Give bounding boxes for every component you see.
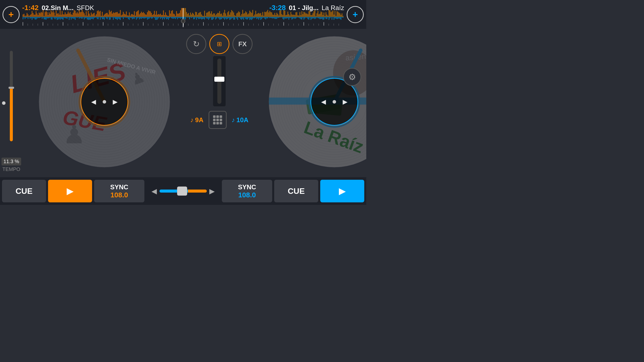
svg-rect-497 [248,24,249,26]
svg-rect-123 [78,24,78,26]
svg-rect-521 [259,17,260,18]
svg-rect-296 [157,17,158,20]
svg-rect-565 [279,17,280,17]
svg-text:♟: ♟ [63,120,86,149]
svg-rect-308 [163,10,164,17]
svg-rect-598 [295,17,295,19]
svg-rect-7 [26,16,26,17]
forward-right[interactable]: ► [341,97,349,107]
svg-rect-447 [226,16,227,17]
svg-rect-442 [223,22,224,26]
svg-rect-399 [204,11,205,17]
svg-rect-149 [90,17,91,20]
svg-rect-638 [313,11,314,17]
svg-rect-310 [163,22,164,26]
play-pause-left[interactable]: ◄ ► [90,97,119,107]
svg-rect-390 [200,12,201,17]
svg-rect-65 [52,17,53,20]
crossfader-bottom[interactable]: ◀ ▶ [146,187,220,195]
pitch-fader-center[interactable] [213,56,226,106]
eq-button[interactable]: ⊞ [209,34,229,54]
cue-button-left[interactable]: CUE [2,180,46,202]
crossfader-arrow-left[interactable]: ◀ [151,187,157,195]
svg-rect-588 [291,12,291,17]
grid-button[interactable] [209,111,227,129]
svg-rect-358 [185,17,186,20]
tempo-thumb-left[interactable] [9,87,14,89]
svg-rect-111 [73,17,73,19]
svg-rect-653 [319,17,320,19]
svg-rect-127 [80,17,80,18]
svg-rect-484 [243,14,244,17]
svg-rect-464 [233,24,233,26]
play-button-left[interactable]: ▶ [48,180,92,202]
svg-rect-498 [249,11,250,17]
svg-rect-649 [318,14,319,17]
svg-rect-125 [79,17,79,19]
middle-section: 11.3 % TEMPO [0,29,366,177]
svg-rect-16 [30,15,30,17]
play-button-right[interactable]: ▶ [320,180,364,202]
vinyl-center-left[interactable]: ◄ ► [80,78,128,126]
svg-rect-11 [28,14,28,17]
svg-rect-486 [243,22,244,26]
svg-rect-3 [24,14,24,17]
svg-rect-177 [103,17,104,19]
svg-rect-206 [116,17,117,19]
svg-rect-116 [75,17,75,20]
play-pause-right[interactable]: ◄ ► [319,97,349,107]
rewind-right[interactable]: ◄ [319,97,328,107]
add-left-button[interactable]: + [3,6,20,23]
cue-button-right[interactable]: CUE [274,180,318,202]
svg-rect-500 [250,12,251,17]
svg-rect-245 [134,11,135,17]
settings-button[interactable]: ⚙ [343,68,361,86]
svg-rect-254 [138,17,139,18]
svg-rect-436 [221,14,222,17]
crossfader-track[interactable] [159,190,207,193]
crossfader-arrow-right[interactable]: ▶ [209,187,215,195]
svg-rect-155 [93,17,94,19]
svg-rect-609 [300,17,300,18]
svg-rect-314 [165,17,166,18]
svg-rect-602 [297,17,297,18]
vinyl-left[interactable]: LIES GUE ♟ ♟ SIN MIEDO A VIVIR ◄ [38,35,171,168]
svg-rect-621 [305,13,306,17]
svg-rect-413 [210,17,211,18]
svg-rect-511 [255,11,256,17]
tempo-track-left[interactable] [10,51,13,141]
loop-button[interactable]: ↻ [186,34,206,54]
crossfader-thumb[interactable] [177,187,187,196]
tempo-value-left: 11.3 % [2,158,21,165]
svg-rect-362 [187,17,188,18]
tempo-label-left: TEMPO [2,166,20,172]
vinyl-right[interactable]: La Raíz así en el cie ◄ ► [268,35,366,168]
svg-rect-695 [339,24,339,26]
svg-rect-559 [277,14,278,17]
svg-rect-631 [309,17,310,18]
svg-rect-146 [89,14,90,17]
pitch-fader-track[interactable] [217,59,221,104]
pitch-fader-thumb[interactable] [214,77,224,82]
sync-button-left[interactable]: SYNC 108.0 [94,180,144,202]
svg-rect-309 [163,17,164,18]
forward-left[interactable]: ► [111,97,119,107]
fx-button[interactable]: FX [232,34,253,54]
svg-rect-41 [41,17,42,17]
svg-rect-161 [96,14,97,17]
rewind-left[interactable]: ◄ [90,97,98,107]
tempo-slider-left[interactable] [0,36,23,156]
svg-rect-169 [99,17,100,17]
sync-button-right[interactable]: SYNC 108.0 [222,180,272,202]
svg-rect-110 [73,13,73,17]
svg-rect-262 [142,13,143,17]
add-right-button[interactable]: + [347,6,364,23]
svg-rect-83 [60,17,61,20]
svg-rect-139 [86,11,87,17]
svg-rect-632 [310,15,311,17]
svg-rect-385 [198,13,199,17]
svg-rect-581 [288,12,288,17]
svg-rect-349 [181,17,182,18]
svg-rect-38 [40,13,41,17]
svg-rect-190 [109,10,110,17]
